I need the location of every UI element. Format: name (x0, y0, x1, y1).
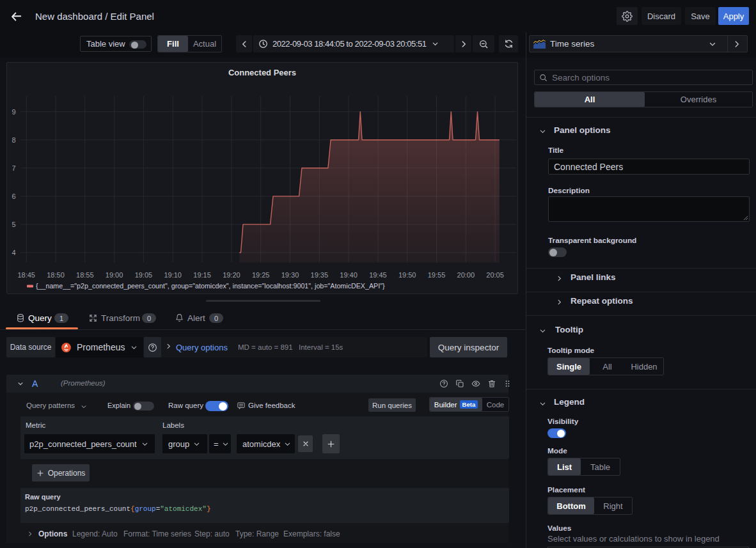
svg-text:20:05: 20:05 (486, 271, 504, 279)
svg-text:19:20: 19:20 (223, 271, 240, 279)
svg-text:18:50: 18:50 (47, 271, 65, 279)
svg-text:19:10: 19:10 (164, 271, 182, 279)
svg-text:19:45: 19:45 (369, 271, 387, 279)
svg-text:19:55: 19:55 (428, 271, 446, 279)
svg-text:19:25: 19:25 (252, 271, 270, 279)
svg-text:18:55: 18:55 (76, 271, 94, 279)
svg-text:19:35: 19:35 (311, 271, 329, 279)
svg-text:19:15: 19:15 (193, 271, 211, 279)
svg-text:8: 8 (12, 136, 15, 144)
svg-text:20:00: 20:00 (457, 271, 475, 279)
svg-text:7: 7 (12, 164, 15, 172)
svg-text:19:00: 19:00 (106, 271, 123, 279)
svg-text:5: 5 (12, 221, 15, 228)
svg-text:9: 9 (12, 108, 15, 116)
svg-text:{__name__="p2p_connected_peers: {__name__="p2p_connected_peers_count", g… (36, 282, 385, 290)
svg-text:19:40: 19:40 (340, 271, 358, 279)
svg-text:19:50: 19:50 (398, 271, 416, 279)
svg-text:6: 6 (12, 192, 15, 200)
svg-text:19:30: 19:30 (281, 271, 299, 279)
svg-text:18:45: 18:45 (17, 271, 35, 279)
svg-text:19:05: 19:05 (135, 271, 153, 279)
svg-text:4: 4 (12, 249, 15, 256)
